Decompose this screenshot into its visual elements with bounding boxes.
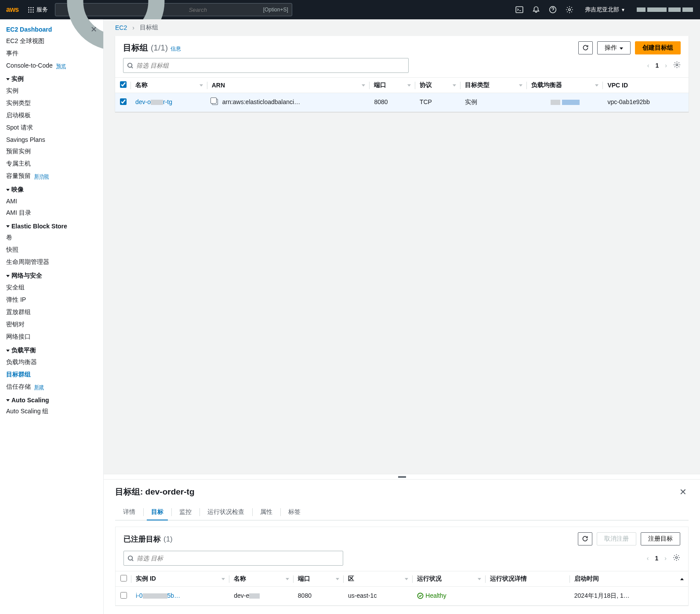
targets-next-page[interactable]: › (663, 553, 668, 563)
sidebar-item-capacity[interactable]: 容量预留 新功能 (6, 170, 103, 182)
col-arn[interactable]: ARN (212, 82, 225, 89)
target-row[interactable]: i-05b… dev-e 8080 us-east-1c Healthy 202… (116, 587, 688, 606)
col-target-type[interactable]: 目标类型 (465, 81, 490, 89)
col-name[interactable]: 名称 (135, 81, 148, 89)
tcol-health-detail[interactable]: 运行状况详情 (490, 575, 527, 583)
sidebar-cat-netsec[interactable]: 网络与安全 (6, 268, 103, 282)
close-panel-button[interactable]: ✕ (678, 485, 689, 499)
sort-asc-icon[interactable] (680, 578, 684, 580)
tab-targets[interactable]: 目标 (143, 504, 171, 520)
notifications-icon[interactable] (532, 6, 540, 14)
filter-box[interactable] (123, 58, 409, 73)
sort-icon[interactable] (407, 84, 411, 87)
sidebar-item-ami[interactable]: AMI (6, 195, 103, 207)
cloudshell-icon[interactable] (515, 6, 523, 14)
sort-icon[interactable] (405, 578, 408, 580)
tab-monitoring[interactable]: 监控 (171, 504, 199, 520)
sidebar-item-key-pairs[interactable]: 密钥对 (6, 318, 103, 331)
tcol-launch[interactable]: 启动时间 (574, 575, 599, 583)
sidebar-item-trust-stores[interactable]: 信任存储 新建 (6, 381, 103, 393)
sidebar-cat-autoscaling[interactable]: Auto Scaling (6, 393, 103, 405)
sort-icon[interactable] (362, 84, 365, 87)
col-port[interactable]: 端口 (374, 81, 386, 89)
sidebar-item-ami-catalog[interactable]: AMI 目录 (6, 207, 103, 219)
actions-button[interactable]: 操作 (597, 41, 631, 54)
sidebar-item-snapshots[interactable]: 快照 (6, 244, 103, 256)
sort-icon[interactable] (478, 578, 481, 580)
target-group-link[interactable]: dev-or-tg (135, 98, 172, 105)
col-protocol[interactable]: 协议 (420, 81, 432, 89)
sidebar-item-asg[interactable]: Auto Scaling 组 (6, 405, 103, 418)
sort-icon[interactable] (595, 84, 598, 87)
services-menu[interactable]: 服务 (28, 6, 48, 14)
sidebar-item-elastic-ips[interactable]: 弹性 IP (6, 294, 103, 306)
sidebar-item-lifecycle[interactable]: 生命周期管理器 (6, 256, 103, 268)
sidebar-item-load-balancers[interactable]: 负载均衡器 (6, 356, 103, 368)
breadcrumb-ec2[interactable]: EC2 (115, 24, 127, 31)
sidebar-events[interactable]: 事件 (6, 47, 103, 60)
sort-icon[interactable] (286, 578, 289, 580)
target-row-checkbox[interactable] (120, 592, 127, 599)
close-sidebar-icon[interactable]: ✕ (91, 25, 97, 34)
sidebar-item-launch-templates[interactable]: 启动模板 (6, 109, 103, 122)
info-link[interactable]: 信息 (170, 45, 181, 53)
prev-page-button[interactable]: ‹ (646, 60, 651, 71)
sidebar-cat-loadbalancing[interactable]: 负载平衡 (6, 343, 103, 356)
sidebar-item-volumes[interactable]: 卷 (6, 231, 103, 244)
sidebar-cat-images[interactable]: 映像 (6, 182, 103, 195)
sidebar-item-spot[interactable]: Spot 请求 (6, 122, 103, 134)
panel-resizer[interactable] (104, 474, 700, 479)
copy-icon[interactable] (212, 99, 218, 105)
sidebar-item-instance-types[interactable]: 实例类型 (6, 97, 103, 109)
targets-filter-box[interactable] (123, 551, 343, 566)
account-menu[interactable] (637, 7, 693, 12)
tcol-health[interactable]: 运行状况 (417, 575, 442, 583)
tab-tags[interactable]: 标签 (280, 504, 308, 520)
col-vpc[interactable]: VPC ID (607, 82, 628, 89)
tab-health-checks[interactable]: 运行状况检查 (199, 504, 252, 520)
settings-icon[interactable] (566, 6, 573, 14)
sort-icon[interactable] (453, 84, 456, 87)
sidebar-item-security-groups[interactable]: 安全组 (6, 282, 103, 294)
table-row[interactable]: dev-or-tg arn:aws:elasticloadbalanci… 80… (115, 93, 689, 112)
targets-filter-input[interactable] (137, 555, 339, 562)
sidebar-dashboard[interactable]: EC2 Dashboard (6, 24, 52, 35)
sidebar-cat-ebs[interactable]: Elastic Block Store (6, 219, 103, 231)
aws-logo[interactable]: aws (4, 6, 21, 14)
tcol-name[interactable]: 名称 (234, 575, 246, 583)
next-page-button[interactable]: › (663, 60, 669, 71)
search-input[interactable] (189, 7, 263, 13)
tab-attributes[interactable]: 属性 (252, 504, 280, 520)
region-selector[interactable]: 弗吉尼亚北部 ▼ (582, 6, 628, 14)
sidebar-cat-instances[interactable]: 实例 (6, 72, 103, 85)
col-lb[interactable]: 负载均衡器 (531, 81, 562, 89)
register-targets-button[interactable]: 注册目标 (641, 532, 680, 545)
refresh-button[interactable] (578, 41, 593, 54)
sidebar-item-savings-plans[interactable]: Savings Plans (6, 134, 103, 145)
sidebar-console-to-code[interactable]: Console-to-Code 预览 (6, 60, 103, 72)
sidebar-global-view[interactable]: EC2 全球视图 (6, 35, 103, 47)
sidebar-item-target-groups[interactable]: 目标群组 (6, 368, 103, 381)
sort-icon[interactable] (336, 578, 339, 580)
sidebar-item-instances[interactable]: 实例 (6, 85, 103, 97)
sidebar-item-placement-groups[interactable]: 置放群组 (6, 306, 103, 318)
row-checkbox[interactable] (120, 98, 127, 105)
sort-icon[interactable] (199, 84, 203, 87)
targets-select-all[interactable] (120, 575, 127, 581)
global-search[interactable]: [Option+S] (55, 3, 292, 16)
help-icon[interactable] (549, 6, 557, 14)
sidebar-item-dedicated-hosts[interactable]: 专属主机 (6, 158, 103, 170)
select-all-checkbox[interactable] (120, 81, 127, 88)
tcol-instance-id[interactable]: 实例 ID (136, 575, 156, 583)
sort-icon[interactable] (519, 84, 522, 87)
tab-details[interactable]: 详情 (115, 504, 143, 520)
deregister-button[interactable]: 取消注册 (597, 532, 636, 545)
filter-input[interactable] (136, 62, 405, 69)
sidebar-item-reserved[interactable]: 预留实例 (6, 145, 103, 158)
targets-table-settings[interactable] (673, 554, 680, 563)
tcol-port[interactable]: 端口 (298, 575, 310, 583)
targets-prev-page[interactable]: ‹ (645, 553, 651, 563)
sidebar-item-network-interfaces[interactable]: 网络接口 (6, 331, 103, 343)
create-target-group-button[interactable]: 创建目标组 (635, 41, 681, 54)
refresh-targets-button[interactable] (578, 532, 592, 545)
